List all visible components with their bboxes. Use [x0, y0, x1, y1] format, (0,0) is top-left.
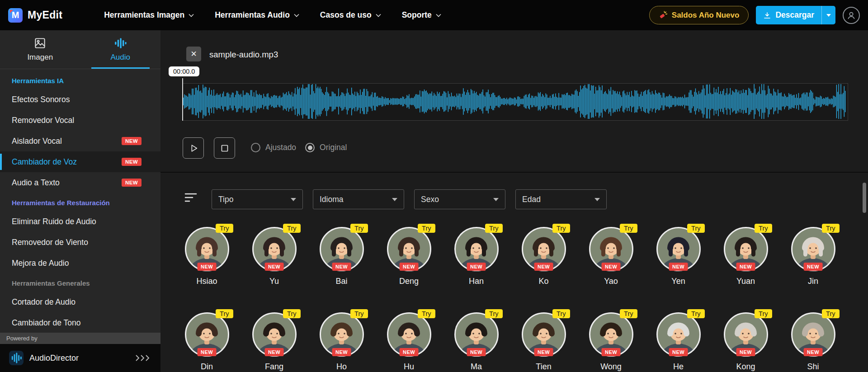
- nav-soporte[interactable]: Soporte: [402, 10, 441, 20]
- new-badge: NEW: [736, 263, 755, 271]
- try-badge[interactable]: Try: [552, 309, 570, 318]
- download-button[interactable]: Descargar: [756, 6, 821, 24]
- sidebar-item-cambiador-de-tono[interactable]: Cambiador de Tono: [0, 312, 160, 333]
- play-button[interactable]: [183, 137, 204, 159]
- voice-card[interactable]: Try NEW Yu: [252, 227, 297, 286]
- voice-card[interactable]: Try NEW Ma: [454, 312, 499, 372]
- sidebar-item-removedor-de-viento[interactable]: Removedor de Viento: [0, 232, 160, 253]
- new-badge: NEW: [399, 348, 419, 356]
- sidebar-item-mejora-de-audio[interactable]: Mejora de Audio: [0, 253, 160, 273]
- nav-herramientas-imagen[interactable]: Herramientas Imagen: [104, 10, 194, 20]
- voice-name: Deng: [399, 277, 419, 286]
- chevron-down-icon: [436, 14, 441, 17]
- nav-label: Herramientas Imagen: [104, 10, 184, 20]
- voice-card[interactable]: Try NEW Hsiao: [185, 227, 229, 286]
- nav-casos-de-uso[interactable]: Casos de uso: [320, 10, 381, 20]
- tab-imagen[interactable]: Imagen: [0, 30, 80, 69]
- try-badge[interactable]: Try: [822, 309, 839, 318]
- try-badge[interactable]: Try: [283, 224, 300, 233]
- sidebar-item-efectos-sonoros[interactable]: Efectos Sonoros: [0, 89, 160, 110]
- voice-card[interactable]: Try NEW Bai: [320, 227, 364, 286]
- voice-card[interactable]: Try NEW Jin: [791, 227, 835, 286]
- voice-name: Bai: [335, 277, 347, 286]
- sidebar-item-aislador-vocal[interactable]: Aislador Vocal NEW: [0, 131, 160, 151]
- voice-name: He: [673, 362, 684, 372]
- radio-original[interactable]: Original: [305, 143, 347, 152]
- try-badge[interactable]: Try: [755, 309, 772, 318]
- try-badge[interactable]: Try: [216, 224, 233, 233]
- powered-by-label: Powered by: [0, 333, 160, 344]
- new-badge: NEW: [669, 348, 688, 356]
- voice-card[interactable]: Try NEW Wong: [589, 312, 633, 372]
- time-tooltip: 00:00.0: [169, 66, 199, 76]
- voice-name: Yu: [269, 277, 279, 286]
- avatar-wrap: Try NEW: [589, 227, 633, 271]
- chevron-down-icon: [189, 14, 194, 17]
- try-badge[interactable]: Try: [822, 224, 839, 233]
- dropdown-idioma[interactable]: Idioma: [313, 189, 404, 209]
- download-label: Descargar: [775, 10, 814, 20]
- try-badge[interactable]: Try: [418, 309, 435, 318]
- sidebar-item-removedor-vocal[interactable]: Removedor Vocal: [0, 110, 160, 131]
- voice-card[interactable]: Try NEW Fang: [252, 312, 297, 372]
- promo-button[interactable]: Saldos Año Nuevo: [649, 6, 749, 24]
- play-icon: [189, 143, 198, 153]
- voice-card[interactable]: Try NEW Han: [454, 227, 499, 286]
- caret-down-icon: [493, 198, 499, 201]
- nav-herramientas-audio[interactable]: Herramientas Audio: [215, 10, 299, 20]
- sidebar-item-cortador-de-audio[interactable]: Cortador de Audio: [0, 292, 160, 312]
- dropdown-sexo[interactable]: Sexo: [414, 189, 505, 209]
- scrollbar-thumb[interactable]: [863, 183, 866, 213]
- voice-card[interactable]: Try NEW Deng: [387, 227, 431, 286]
- sidebar-item-cambiador-de-voz[interactable]: Cambiador de Voz NEW: [0, 151, 160, 172]
- try-badge[interactable]: Try: [485, 309, 502, 318]
- sidebar-item-audio-a-texto[interactable]: Audio a Texto NEW: [0, 172, 160, 193]
- try-badge[interactable]: Try: [687, 224, 704, 233]
- voice-card[interactable]: Try NEW Yao: [589, 227, 633, 286]
- avatar-wrap: Try NEW: [724, 312, 768, 357]
- voice-card[interactable]: Try NEW Ko: [522, 227, 566, 286]
- voice-card[interactable]: Try NEW Tien: [522, 312, 566, 372]
- voice-card[interactable]: Try NEW Yen: [656, 227, 701, 286]
- filter-button[interactable]: [184, 192, 198, 205]
- avatar-wrap: Try NEW: [320, 312, 364, 357]
- dropdown-tipo[interactable]: Tipo: [212, 189, 303, 209]
- try-badge[interactable]: Try: [485, 224, 502, 233]
- voice-card[interactable]: Try NEW Hu: [387, 312, 431, 372]
- try-badge[interactable]: Try: [620, 224, 637, 233]
- new-badge: NEW: [669, 263, 688, 271]
- tab-audio[interactable]: Audio: [80, 30, 161, 69]
- download-dropdown-button[interactable]: [821, 6, 835, 24]
- voice-card[interactable]: Try NEW Shi: [791, 312, 835, 372]
- dropdown-label: Sexo: [421, 195, 439, 204]
- waveform[interactable]: [183, 83, 848, 121]
- voice-card[interactable]: Try NEW Kong: [724, 312, 768, 372]
- voice-card[interactable]: Try NEW Din: [185, 312, 229, 372]
- dropdown-edad[interactable]: Edad: [515, 189, 607, 209]
- sidebar-item-eliminar-ruido[interactable]: Eliminar Ruido de Audio: [0, 211, 160, 232]
- profile-button[interactable]: [843, 7, 860, 24]
- dropdown-label: Tipo: [218, 195, 233, 204]
- new-badge: NEW: [601, 263, 621, 271]
- close-file-button[interactable]: ✕: [186, 47, 201, 61]
- try-badge[interactable]: Try: [552, 224, 570, 233]
- voice-card[interactable]: Try NEW Yuan: [724, 227, 768, 286]
- image-icon: [34, 37, 46, 49]
- try-badge[interactable]: Try: [283, 309, 300, 318]
- try-badge[interactable]: Try: [418, 224, 435, 233]
- try-badge[interactable]: Try: [350, 224, 368, 233]
- audiodirector-link[interactable]: AudioDirector: [0, 344, 160, 372]
- try-badge[interactable]: Try: [216, 309, 233, 318]
- voice-card[interactable]: Try NEW He: [656, 312, 701, 372]
- voice-card[interactable]: Try NEW Ho: [320, 312, 364, 372]
- try-badge[interactable]: Try: [620, 309, 637, 318]
- try-badge[interactable]: Try: [687, 309, 704, 318]
- chevron-down-icon: [294, 14, 299, 17]
- try-badge[interactable]: Try: [755, 224, 772, 233]
- item-label: Mejora de Audio: [12, 259, 69, 268]
- stop-button[interactable]: [214, 137, 235, 159]
- item-label: Audio a Texto: [12, 178, 60, 188]
- myedit-logo[interactable]: M MyEdit: [8, 8, 62, 23]
- try-badge[interactable]: Try: [350, 309, 368, 318]
- radio-ajustado[interactable]: Ajustado: [251, 143, 296, 152]
